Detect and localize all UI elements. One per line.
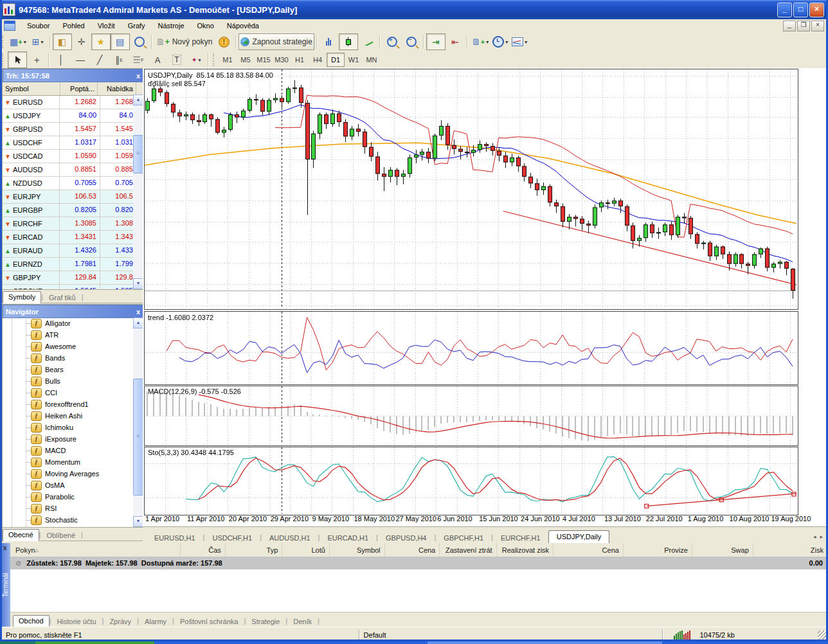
market-watch-row[interactable]: ▲USDCHF1.03171.0319: [3, 136, 143, 150]
terminal-column-zisk[interactable]: Zisk: [753, 543, 828, 557]
market-watch-scrollbar[interactable]: ▲ ▼: [133, 94, 143, 289]
tab-scroll-icons[interactable]: ◂▸: [813, 533, 828, 544]
navigator-item-ichimoku[interactable]: ƒIchimoku: [3, 422, 133, 433]
terminal-tab-den-k[interactable]: Deník: [287, 616, 318, 627]
profiles-button[interactable]: ⊞▾: [28, 33, 48, 50]
market-watch-close-icon[interactable]: x: [136, 72, 140, 80]
column-symbol[interactable]: Symbol: [3, 82, 60, 95]
navigator-item-osma[interactable]: ƒOsMA: [3, 479, 133, 491]
vertical-line-tool[interactable]: │: [51, 51, 71, 68]
text-tool[interactable]: A: [148, 51, 167, 68]
navigator-item-macd[interactable]: ƒMACD: [3, 445, 133, 456]
status-profile[interactable]: Default: [364, 631, 386, 639]
auto-scroll-button[interactable]: ⇥: [426, 33, 446, 50]
navigator-close-icon[interactable]: x: [136, 308, 140, 316]
zoom-out-button[interactable]: −: [402, 33, 421, 50]
market-watch-row[interactable]: ▲NZDUSD0.70550.7058: [3, 177, 143, 190]
terminal-column--as[interactable]: Čas: [181, 543, 226, 557]
minimize-button[interactable]: _: [777, 3, 792, 17]
menu-item-soubor[interactable]: Soubor: [21, 20, 56, 31]
navigator-item-iexposure[interactable]: ƒiExposure: [3, 433, 133, 445]
navigator-item-bears[interactable]: ƒBears: [3, 364, 133, 375]
data-window-button[interactable]: ✛: [72, 33, 91, 50]
navigator-item-heiken-ashi[interactable]: ƒHeiken Ashi: [3, 410, 133, 422]
child-restore-button[interactable]: ❐: [797, 21, 810, 31]
terminal-column-zastaven-ztr-t[interactable]: Zastavení ztrát: [440, 543, 496, 557]
navigator-item-awesome[interactable]: ƒAwesome: [3, 341, 133, 352]
timeframe-m30[interactable]: M30: [273, 53, 291, 67]
price-pane[interactable]: [144, 69, 798, 310]
terminal-tab-alarmy[interactable]: Alarmy: [139, 616, 172, 627]
channel-tool[interactable]: ∥E: [109, 51, 129, 68]
macd-pane[interactable]: [144, 386, 798, 446]
navigator-scrollbar[interactable]: ▲ ▼: [133, 318, 143, 527]
terminal-column-symbol[interactable]: Symbol: [330, 543, 385, 557]
scroll-up-icon[interactable]: ▲: [133, 318, 143, 328]
market-watch-row[interactable]: ▲USDJPY84.0084.01: [3, 109, 143, 123]
timeframe-m15[interactable]: M15: [255, 53, 273, 67]
navigator-item-stochastic[interactable]: ƒStochastic: [3, 514, 133, 526]
scroll-up-icon[interactable]: ▲: [133, 94, 143, 105]
terminal-column-lot-[interactable]: Lotů: [282, 543, 330, 557]
new-order-button[interactable]: 🗎+ Nový pokyn: [154, 33, 215, 50]
terminal-column-cena[interactable]: Cena: [554, 543, 624, 557]
chart-tab-eurchf-h1[interactable]: EURCHF,H1: [493, 532, 548, 544]
terminal-tab-po-tovn-schr-nka[interactable]: Poštovní schránka: [174, 616, 244, 627]
enable-strategies-button[interactable]: Zapnout strategie: [239, 33, 314, 50]
column-ask[interactable]: Nabídka: [98, 82, 136, 95]
market-watch-toggle[interactable]: ◧: [53, 33, 72, 50]
navigator-item-bulls[interactable]: ƒBulls: [3, 375, 133, 387]
chart-tab-gbpchf-h1[interactable]: GBPCHF,H1: [436, 532, 491, 544]
terminal-tab-obchod[interactable]: Obchod: [13, 615, 50, 627]
terminal-tab-zpr-vy[interactable]: Zprávy: [104, 616, 137, 627]
timeframe-m1[interactable]: M1: [219, 53, 237, 67]
terminal-tab-historie-tu[interactable]: Historie účtu: [51, 616, 102, 627]
navigator-item-momentum[interactable]: ƒMomentum: [3, 456, 133, 468]
tab-obl-ben-[interactable]: Oblíbené: [40, 530, 81, 541]
market-watch-row[interactable]: ▼EURJPY106.53106.56: [3, 190, 143, 204]
menu-item-nástroje[interactable]: Nástroje: [152, 20, 191, 31]
navigator-item-bands[interactable]: ƒBands: [3, 352, 133, 364]
terminal-close-icon[interactable]: x: [3, 544, 7, 551]
terminal-toggle[interactable]: ▤: [111, 33, 130, 50]
strategy-tester-button[interactable]: [130, 33, 149, 50]
terminal-column-realizovat-zisk[interactable]: Realizovat zisk: [497, 543, 554, 557]
trend-indicator-pane[interactable]: [144, 311, 798, 385]
navigator-item-forexofftrend1[interactable]: ƒforexofftrend1: [3, 398, 133, 410]
chart-tab-usdjpy-daily[interactable]: USDJPY,Daily: [548, 530, 610, 544]
terminal-column-typ[interactable]: Typ: [226, 543, 282, 557]
chart-tab-gbpusd-h4[interactable]: GBPUSD,H4: [378, 532, 435, 544]
market-watch-row[interactable]: ▼USDCAD1.05901.0593: [3, 150, 143, 163]
child-minimize-button[interactable]: _: [783, 21, 796, 31]
close-button[interactable]: ×: [809, 3, 824, 17]
fibonacci-tool[interactable]: ☰F: [129, 51, 148, 68]
bar-chart-button[interactable]: [320, 33, 339, 50]
periods-button[interactable]: ▾: [491, 33, 510, 50]
terminal-column-swap[interactable]: Swap: [692, 543, 753, 557]
timeframe-h4[interactable]: H4: [309, 53, 327, 67]
child-close-button[interactable]: ×: [811, 21, 824, 31]
candlestick-chart-button[interactable]: [339, 33, 358, 50]
terminal-column-pokyn[interactable]: Pokyn ▵: [10, 543, 181, 557]
market-watch-row[interactable]: ▲EURGBP0.82050.8208: [3, 204, 143, 217]
menu-item-vložit[interactable]: Vložit: [91, 20, 122, 31]
scroll-down-icon[interactable]: ▼: [133, 278, 143, 289]
market-watch-row[interactable]: ▼GBPJPY129.84129.89: [3, 271, 143, 285]
chart-tab-eurcad-h1[interactable]: EURCAD,H1: [320, 532, 376, 544]
timeframe-mn[interactable]: MN: [363, 53, 381, 67]
chart-tab-eurusd-h1[interactable]: EURUSD,H1: [147, 532, 203, 544]
terminal-column-provize[interactable]: Provize: [624, 543, 692, 557]
resize-grip[interactable]: [818, 631, 827, 640]
navigator-item-moving-averages[interactable]: ƒMoving Averages: [3, 468, 133, 479]
navigator-item-rsi[interactable]: ƒRSI: [3, 503, 133, 514]
stochastic-pane[interactable]: [144, 447, 798, 515]
indicators-button[interactable]: 🗎+▾: [470, 33, 491, 50]
navigator-header[interactable]: Navigátor x: [3, 305, 143, 318]
navigator-item-cci[interactable]: ƒCCI: [3, 387, 133, 398]
market-watch-row[interactable]: ▼EURCHF1.30851.3088: [3, 217, 143, 231]
toolbar-grip[interactable]: [2, 35, 6, 48]
crosshair-tool[interactable]: ＋: [27, 51, 46, 68]
navigator-item-alligator[interactable]: ƒAlligator: [3, 318, 133, 329]
trendline-tool[interactable]: ╱: [90, 51, 109, 68]
timeframe-m5[interactable]: M5: [237, 53, 255, 67]
